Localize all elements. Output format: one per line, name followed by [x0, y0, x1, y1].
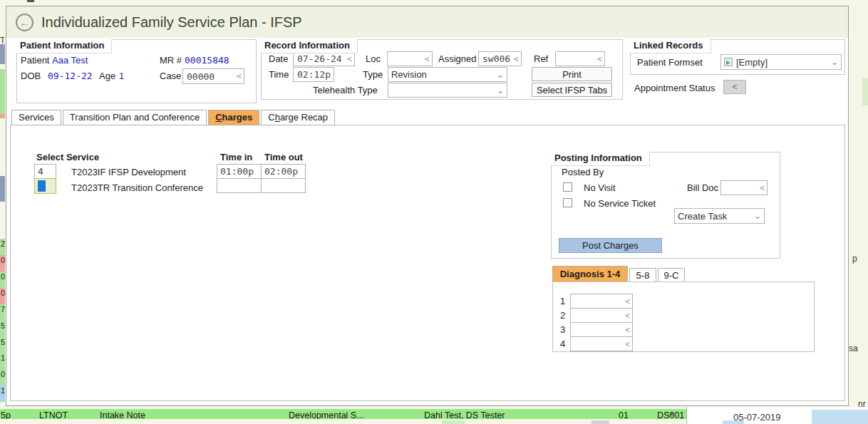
age-label: Age — [99, 71, 115, 81]
time-out-cell[interactable] — [261, 178, 306, 193]
diagnosis-field-2[interactable]: < — [570, 308, 633, 323]
record-information-panel: Record Information Date 07-26-24 < Loc <… — [261, 39, 623, 100]
tab-label: arge Recap — [280, 112, 328, 123]
select-ifsp-tabs-button[interactable]: Select IFSP Tabs — [532, 83, 612, 97]
clipped-text-fragment: p — [852, 254, 867, 264]
no-service-ticket-checkbox[interactable] — [563, 198, 572, 207]
service-qty-cell-selected[interactable] — [34, 178, 56, 194]
time-in-value: 01:00p — [220, 166, 254, 177]
background-time-cell: 5 — [0, 321, 5, 337]
patient-name-value: Aaa Test — [52, 55, 88, 66]
patient-formset-value: [Empty] — [736, 57, 768, 68]
patient-formset-label: Patient Formset — [637, 57, 703, 68]
no-visit-checkbox[interactable] — [563, 182, 572, 192]
diagnosis-field-1[interactable]: < — [570, 294, 633, 309]
mr-value: 00015848 — [185, 55, 229, 66]
lookup-chevron-icon[interactable]: < — [347, 54, 352, 64]
dob-value: 09-12-22 — [48, 71, 93, 81]
loc-field[interactable]: < — [387, 51, 433, 66]
assigned-field[interactable]: sw006 < — [478, 51, 522, 66]
bill-doc-field[interactable]: < — [720, 180, 768, 195]
background-block — [862, 78, 868, 105]
time-in-cell[interactable] — [217, 178, 262, 193]
diagnosis-row-label: 1 — [560, 296, 565, 306]
print-button[interactable]: Print — [532, 67, 612, 81]
lookup-chevron-icon[interactable]: < — [760, 183, 765, 193]
loc-label: Loc — [366, 53, 381, 64]
background-block — [442, 420, 465, 424]
bill-doc-label: Bill Doc — [687, 182, 718, 193]
clipped-text-fragment: sa — [849, 343, 867, 354]
diagnosis-row-label: 2 — [560, 310, 565, 321]
background-time-cell: 1 — [0, 353, 5, 369]
lookup-chevron-icon[interactable]: < — [237, 71, 242, 81]
time-out-value: 02:00p — [264, 166, 298, 177]
linked-records-panel: Linked Records Patient Formset [Empty] ⌄ — [630, 39, 845, 75]
lookup-chevron-icon: < — [732, 82, 737, 92]
assigned-label: Assigned — [438, 53, 476, 64]
diagnosis-field-4[interactable]: < — [570, 336, 633, 351]
type-select[interactable]: Revision ⌄ — [388, 67, 507, 82]
lookup-chevron-icon[interactable]: < — [625, 339, 630, 349]
lookup-chevron-icon[interactable]: < — [514, 54, 519, 64]
time-field[interactable]: 02:12p — [293, 67, 334, 82]
selection-cursor-block — [38, 180, 46, 192]
service-qty-cell[interactable]: 4 — [34, 164, 56, 179]
tab-transition-plan-and-conference[interactable]: Transition Plan and Conference — [63, 110, 207, 125]
select-service-header: Select Service — [36, 152, 99, 162]
background-appointment-block — [0, 114, 5, 118]
panel-title: Record Information — [261, 39, 358, 53]
diagnosis-field-3[interactable]: < — [570, 322, 633, 337]
row-dropdown-icon[interactable]: ▼ — [668, 410, 675, 418]
tab-charges[interactable]: Charges — [208, 110, 259, 125]
telehealth-type-label: Telehealth Type — [313, 85, 378, 95]
tab-label: Transition Plan and Conference — [70, 112, 200, 123]
tab-label-accel: C — [215, 112, 222, 123]
dropdown-chevron-icon: ⌄ — [831, 57, 838, 67]
create-task-select[interactable]: Create Task ⌄ — [674, 208, 765, 224]
date-field[interactable]: 07-26-24 < — [293, 51, 355, 66]
telehealth-type-select[interactable]: ⌄ — [388, 83, 507, 98]
background-block — [723, 420, 744, 424]
tab-services[interactable]: Services — [11, 110, 61, 125]
ref-field[interactable]: < — [555, 51, 605, 66]
assigned-value: sw006 — [482, 53, 510, 64]
lookup-chevron-icon[interactable]: < — [625, 296, 630, 306]
appointment-status-button[interactable]: < — [723, 80, 746, 94]
no-service-ticket-label: No Service Ticket — [584, 198, 656, 209]
case-field[interactable]: 00000 < — [182, 68, 244, 84]
posted-by-label: Posted By — [562, 167, 604, 177]
lookup-chevron-icon[interactable]: < — [425, 54, 430, 64]
ref-label: Ref — [534, 53, 548, 64]
lookup-chevron-icon[interactable]: < — [625, 311, 630, 321]
background-time-cell: 1 — [0, 386, 5, 402]
case-label: Case — [160, 71, 181, 81]
screen: T 2 0 0 0 7 5 5 1 0 1 p sa nr 5p LTNOT I… — [0, 0, 868, 424]
tab-diagnosis-1-4[interactable]: Diagnosis 1-4 — [552, 266, 628, 282]
tab-diagnosis-9-c[interactable]: 9-C — [658, 268, 685, 282]
lookup-chevron-icon[interactable]: < — [597, 54, 602, 64]
post-charges-button[interactable]: Post Charges — [559, 238, 662, 253]
service-qty-value: 4 — [38, 166, 43, 177]
background-block — [591, 420, 609, 424]
background-grid-row: 5p LTNOT Intake Note Developmental S... … — [0, 409, 686, 419]
tab-charge-recap[interactable]: Charge Recap — [261, 110, 335, 125]
background-time-cell: 0 — [0, 288, 5, 304]
background-appointment-block — [0, 176, 5, 202]
formset-icon — [724, 58, 733, 66]
patient-formset-select[interactable]: [Empty] ⌄ — [720, 54, 842, 70]
background-time-cell: 0 — [0, 369, 5, 386]
time-out-cell[interactable]: 02:00p — [261, 164, 306, 179]
background-time-cell: 7 — [0, 304, 5, 321]
time-out-header: Time out — [264, 152, 303, 162]
patient-information-panel: Patient Information Patient Aaa Test MR … — [16, 39, 257, 103]
time-in-cell[interactable]: 01:00p — [217, 164, 262, 179]
grid-cell-provider: Dahl Test, DS Tester — [424, 410, 505, 419]
tab-diagnosis-5-8[interactable]: 5-8 — [629, 268, 656, 282]
dob-label: DOB — [21, 71, 41, 81]
back-button[interactable]: ← — [16, 14, 33, 31]
tab-label: Services — [19, 112, 54, 123]
grid-cell-time: 5p — [1, 410, 11, 419]
lookup-chevron-icon[interactable]: < — [625, 325, 630, 335]
grid-cell-num: 01 — [619, 410, 629, 419]
